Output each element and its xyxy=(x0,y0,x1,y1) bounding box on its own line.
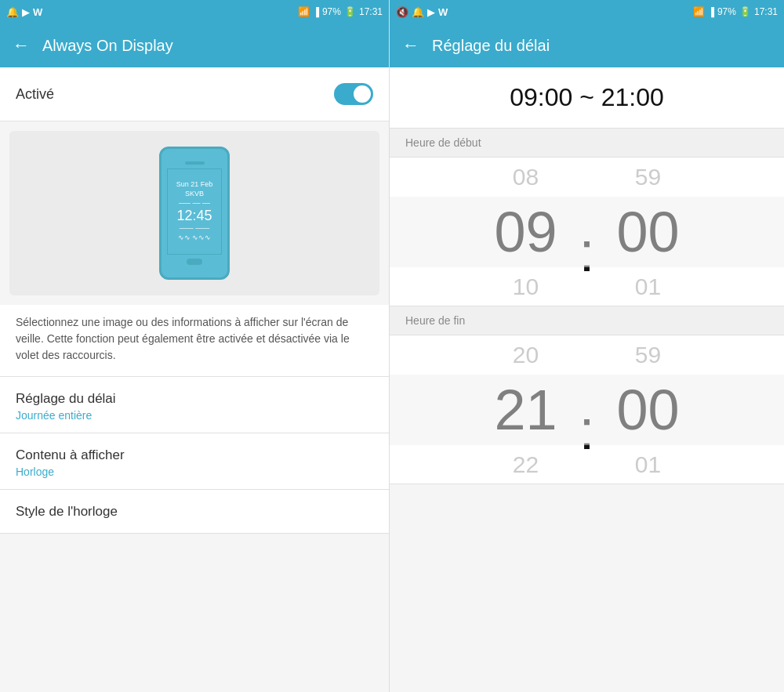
back-button-right[interactable]: ← xyxy=(402,37,419,54)
notification-icon-r: 🔔 xyxy=(412,6,424,18)
w-icon-r: W xyxy=(438,6,448,18)
time-range-header: 09:00 ~ 21:00 xyxy=(390,67,784,129)
start-hour-main: 09 xyxy=(494,197,557,267)
page-title-right: Réglage du délai xyxy=(432,37,550,55)
time-left: 17:31 xyxy=(359,6,383,17)
start-minute-above: 59 xyxy=(635,158,661,197)
right-panel: 🔇 🔔 ▶ W 📶 ▐ 97% 🔋 17:31 ← Réglage du dél… xyxy=(390,0,784,692)
phone-screen: Sun 21 Feb SKVB––– –– –– 12:45 —— ——∿∿ ∿… xyxy=(167,168,222,255)
signal-icon-r: ▐ xyxy=(708,7,714,16)
start-time-picker[interactable]: 08 09 10 : 59 00 01 xyxy=(390,158,784,306)
end-hour-above: 20 xyxy=(513,335,539,375)
start-hour-below: 10 xyxy=(513,267,539,306)
page-title-left: Always On Display xyxy=(42,37,173,55)
toggle-label: Activé xyxy=(16,86,54,103)
youtube-icon: ▶ xyxy=(22,6,30,18)
end-separator: : xyxy=(572,394,601,465)
battery-percent-right: 97% xyxy=(717,6,736,17)
phone-mockup: Sun 21 Feb SKVB––– –– –– 12:45 —— ——∿∿ ∿… xyxy=(159,147,230,280)
menu-item-style[interactable]: Style de l'horloge xyxy=(0,490,389,534)
toolbar-left: ← Always On Display xyxy=(0,24,389,67)
menu-item-delay-subtitle: Journée entière xyxy=(16,409,373,422)
wifi-icon: 📶 xyxy=(298,6,310,17)
start-section-label: Heure de début xyxy=(390,129,784,158)
end-minute-above: 59 xyxy=(635,335,661,375)
wifi-icon-r: 📶 xyxy=(693,6,705,17)
menu-item-content-title: Contenu à afficher xyxy=(16,447,373,463)
w-icon: W xyxy=(33,6,42,18)
notification-icon: 🔔 xyxy=(6,6,19,18)
end-section-label: Heure de fin xyxy=(390,306,784,335)
toggle-row: Activé xyxy=(0,67,389,121)
phone-speaker xyxy=(185,161,205,165)
start-minute-column[interactable]: 59 00 01 xyxy=(601,158,695,306)
menu-item-style-title: Style de l'horloge xyxy=(16,504,373,520)
start-minute-below: 01 xyxy=(635,267,661,306)
status-bar-right: 🔇 🔔 ▶ W 📶 ▐ 97% 🔋 17:31 xyxy=(390,0,784,24)
toggle-switch[interactable] xyxy=(334,83,373,105)
time-right: 17:31 xyxy=(754,6,778,17)
battery-icon-r: 🔋 xyxy=(739,6,751,17)
phone-home-button xyxy=(187,259,202,265)
start-hour-column[interactable]: 08 09 10 xyxy=(478,158,572,306)
battery-percent-left: 97% xyxy=(322,6,341,17)
end-minute-column[interactable]: 59 00 01 xyxy=(601,335,695,484)
status-icons-left: 🔔 ▶ W xyxy=(6,6,42,18)
phone-screen-info: —— ——∿∿ ∿∿∿ xyxy=(178,224,212,242)
phone-screen-time: 12:45 xyxy=(176,208,212,224)
right-content: 09:00 ~ 21:00 Heure de début 08 09 10 : … xyxy=(390,67,784,692)
status-icons-right-left: 🔇 🔔 ▶ W xyxy=(396,6,448,18)
end-minute-main: 00 xyxy=(616,375,679,445)
start-minute-main: 00 xyxy=(616,197,679,267)
preview-area: Sun 21 Feb SKVB––– –– –– 12:45 —— ——∿∿ ∿… xyxy=(9,131,379,295)
left-panel: 🔔 ▶ W 📶 ▐ 97% 🔋 17:31 ← Always On Displa… xyxy=(0,0,390,692)
end-minute-below: 01 xyxy=(635,445,661,484)
signal-icon: ▐ xyxy=(313,7,319,16)
menu-item-content[interactable]: Contenu à afficher Horloge xyxy=(0,433,389,490)
menu-item-delay[interactable]: Réglage du délai Journée entière xyxy=(0,377,389,433)
status-bar-left: 🔔 ▶ W 📶 ▐ 97% 🔋 17:31 xyxy=(0,0,389,24)
status-icons-right: 📶 ▐ 97% 🔋 17:31 xyxy=(298,6,383,17)
end-hour-below: 22 xyxy=(513,445,539,484)
start-separator: : xyxy=(572,216,601,287)
end-hour-column[interactable]: 20 21 22 xyxy=(478,335,572,484)
toolbar-right: ← Réglage du délai xyxy=(390,24,784,67)
description-text: Sélectionnez une image ou des informatio… xyxy=(0,305,389,377)
start-hour-above: 08 xyxy=(513,158,539,197)
left-content: Activé Sun 21 Feb SKVB––– –– –– 12:45 ——… xyxy=(0,67,389,692)
end-hour-main: 21 xyxy=(494,375,557,445)
status-right-right: 📶 ▐ 97% 🔋 17:31 xyxy=(693,6,778,17)
battery-icon: 🔋 xyxy=(344,6,356,17)
back-button-left[interactable]: ← xyxy=(13,37,30,54)
phone-screen-date: Sun 21 Feb SKVB––– –– –– xyxy=(168,180,221,208)
youtube-icon-r: ▶ xyxy=(427,6,435,18)
end-time-picker[interactable]: 20 21 22 : 59 00 01 xyxy=(390,335,784,484)
menu-item-delay-title: Réglage du délai xyxy=(16,391,373,407)
menu-item-content-subtitle: Horloge xyxy=(16,466,373,478)
mute-icon: 🔇 xyxy=(396,6,408,18)
